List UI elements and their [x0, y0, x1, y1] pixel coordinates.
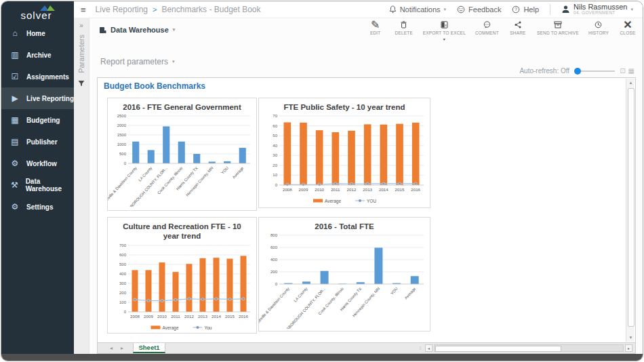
breadcrumb-separator: >: [153, 5, 157, 14]
scroll-left-icon[interactable]: ◄: [425, 344, 432, 352]
sidebar-item-label: Archive: [26, 52, 52, 59]
svg-text:Hennepin County, MN: Hennepin County, MN: [185, 166, 214, 197]
chart-culture-recreation-fte: Culture and Recreation FTE - 10 year tre…: [107, 217, 257, 334]
svg-text:50: 50: [273, 134, 277, 138]
edit-cell-icon[interactable]: ⊡: [620, 68, 625, 75]
vertical-scroll-thumb[interactable]: [628, 88, 635, 327]
topbar: ≡ Live Reporting > Benchmarks - Budget B…: [74, 1, 643, 18]
parameters-panel-label: Parameters: [77, 35, 85, 73]
sidebar-item-live-reporting[interactable]: ▶Live Reporting: [1, 87, 74, 109]
breadcrumb-section[interactable]: Live Reporting: [96, 5, 148, 14]
svg-text:600: 600: [270, 245, 278, 249]
sidebar-item-assignments[interactable]: ☑Assignments: [1, 66, 74, 87]
close-button[interactable]: ✕ CLOSE: [618, 20, 637, 35]
svg-text:YOU: YOU: [220, 166, 229, 175]
svg-text:1500: 1500: [117, 133, 127, 137]
data-warehouse-icon: ⚒: [9, 180, 20, 190]
sidebar-item-workflow[interactable]: ⚙Workflow: [1, 153, 74, 174]
horizontal-scroll-thumb[interactable]: [435, 346, 561, 352]
sidebar: solver ⌂Home▥Archive☑Assignments▶Live Re…: [1, 1, 74, 354]
svg-text:LA County: LA County: [293, 287, 308, 303]
chart-title: Culture and Recreation FTE - 10 year tre…: [108, 218, 256, 241]
chart-title: 2016 - Total FTE: [259, 218, 430, 231]
scrollbar-grip-icon[interactable]: ⁞: [420, 345, 421, 351]
window-bottom-edge: [1, 354, 643, 361]
vertical-scrollbar[interactable]: ▲ ▼: [626, 79, 635, 342]
notifications-button[interactable]: Notifications ▾: [389, 5, 446, 14]
solver-logo[interactable]: solver: [1, 1, 74, 22]
scroll-down-icon[interactable]: ▼: [627, 334, 635, 342]
horizontal-scrollbar[interactable]: ⁞ ◄ ►: [420, 343, 635, 353]
svg-text:400: 400: [270, 258, 278, 262]
filter-funnel-icon[interactable]: [78, 80, 85, 87]
sidebar-item-label: Home: [26, 30, 45, 37]
svg-text:Nashville & Davidson County: Nashville & Davidson County: [108, 166, 138, 207]
data-warehouse-icon: [99, 26, 106, 34]
svg-text:2015: 2015: [225, 314, 235, 319]
sidebar-item-archive[interactable]: ▥Archive: [1, 44, 74, 66]
data-warehouse-source-button[interactable]: Data Warehouse ▾: [99, 26, 175, 34]
sidebar-item-settings[interactable]: ⚙Settings: [1, 196, 74, 218]
svg-text:2010: 2010: [315, 187, 324, 192]
share-button[interactable]: SHARE: [508, 20, 527, 35]
sidebar-item-label: Data Warehouse: [26, 178, 74, 193]
sidebar-item-label: Budgeting: [26, 117, 60, 124]
sheet-next-icon[interactable]: ▸: [121, 345, 123, 351]
user-avatar-icon: [561, 5, 570, 14]
delete-button[interactable]: DELETE: [395, 20, 414, 35]
sheet-prev-icon[interactable]: ◂: [110, 345, 113, 351]
svg-text:0: 0: [275, 282, 278, 286]
send-to-archive-button[interactable]: SEND TO ARCHIVE: [537, 20, 579, 35]
chart-fte-public-safety: FTE Public Safety - 10 year trend 010203…: [258, 98, 430, 208]
archive-box-icon: [554, 20, 562, 28]
svg-text:800: 800: [270, 233, 278, 237]
svg-text:0: 0: [124, 310, 127, 314]
chevron-down-icon: ▾: [172, 59, 175, 64]
svg-text:200: 200: [119, 291, 127, 295]
excel-export-icon: x: [441, 20, 448, 28]
comment-button[interactable]: COMMENT: [475, 20, 499, 35]
export-to-excel-button[interactable]: x EXPORT TO EXCEL ▾: [423, 20, 466, 41]
auto-refresh-control: Auto-refresh: Off ⊡ ▦: [519, 67, 635, 75]
pencil-icon: ✎: [371, 20, 380, 28]
feedback-button[interactable]: Feedback: [457, 5, 501, 14]
svg-text:10: 10: [273, 174, 277, 178]
hamburger-menu-icon[interactable]: ≡: [81, 5, 86, 15]
parameters-panel-collapsed: » Parameters: [74, 18, 89, 354]
scroll-right-icon[interactable]: ►: [625, 344, 632, 352]
report-parameters-toggle[interactable]: Report parameters ▾: [100, 57, 175, 66]
home-icon: ⌂: [9, 28, 20, 38]
svg-text:2000: 2000: [117, 123, 127, 127]
svg-text:2500: 2500: [117, 114, 127, 118]
svg-text:2008: 2008: [130, 314, 140, 319]
trash-icon: [401, 20, 407, 28]
slider-knob[interactable]: [574, 68, 581, 75]
history-button[interactable]: HISTORY: [588, 20, 609, 35]
sheet-tab-sheet1[interactable]: Sheet1: [133, 343, 165, 353]
share-icon: [515, 20, 521, 28]
expand-parameters-icon[interactable]: »: [79, 22, 83, 29]
edit-button[interactable]: ✎ EDIT: [366, 20, 385, 35]
sidebar-item-label: Live Reporting: [26, 95, 74, 102]
sidebar-item-home[interactable]: ⌂Home: [1, 22, 74, 44]
svg-text:0: 0: [124, 161, 127, 165]
chart-fte-general-government: 2016 - FTE General Government 0500100015…: [107, 98, 257, 211]
auto-refresh-slider[interactable]: [574, 68, 615, 75]
svg-text:400: 400: [119, 272, 127, 276]
chevron-down-icon: ▾: [444, 7, 447, 12]
svg-text:2010: 2010: [157, 314, 167, 319]
sidebar-item-data-warehouse[interactable]: ⚒Data Warehouse: [1, 174, 74, 196]
scroll-up-icon[interactable]: ▲: [627, 79, 635, 87]
sidebar-item-publisher[interactable]: ▤Publisher: [1, 131, 74, 153]
report-parameters-label: Report parameters: [100, 57, 168, 66]
help-button[interactable]: ? Help: [512, 5, 539, 14]
svg-text:500: 500: [119, 152, 127, 156]
grid-view-icon[interactable]: ▦: [628, 68, 635, 75]
svg-text:0: 0: [275, 183, 278, 187]
sidebar-item-budgeting[interactable]: ▦Budgeting: [1, 109, 74, 131]
user-menu[interactable]: Nils Rasmussen 04. Government ▾: [561, 3, 633, 16]
horizontal-scroll-track[interactable]: [434, 344, 624, 352]
svg-text:70: 70: [273, 114, 277, 118]
svg-text:2012: 2012: [347, 187, 357, 192]
notifications-label: Notifications: [400, 5, 441, 14]
